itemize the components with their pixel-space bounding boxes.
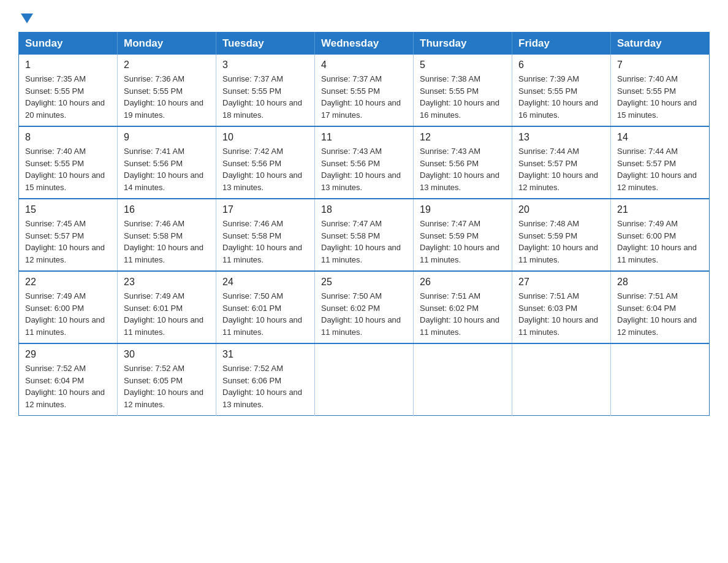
calendar-cell: 18 Sunrise: 7:47 AM Sunset: 5:58 PM Dayl…: [315, 199, 414, 271]
day-info: Sunrise: 7:51 AM Sunset: 6:04 PM Dayligh…: [617, 290, 703, 338]
calendar-week-row: 29 Sunrise: 7:52 AM Sunset: 6:04 PM Dayl…: [19, 343, 710, 416]
calendar-cell: 31 Sunrise: 7:52 AM Sunset: 6:06 PM Dayl…: [216, 343, 315, 416]
day-number: 6: [518, 59, 604, 71]
day-number: 27: [518, 277, 604, 288]
day-number: 22: [25, 277, 111, 288]
calendar-cell: 27 Sunrise: 7:51 AM Sunset: 6:03 PM Dayl…: [512, 271, 611, 343]
day-info: Sunrise: 7:40 AM Sunset: 5:55 PM Dayligh…: [617, 73, 703, 121]
calendar-cell: 23 Sunrise: 7:49 AM Sunset: 6:01 PM Dayl…: [118, 271, 216, 343]
day-info: Sunrise: 7:37 AM Sunset: 5:55 PM Dayligh…: [222, 73, 308, 121]
day-number: 19: [420, 204, 506, 215]
calendar-cell: 15 Sunrise: 7:45 AM Sunset: 5:57 PM Dayl…: [19, 199, 118, 271]
day-info: Sunrise: 7:40 AM Sunset: 5:55 PM Dayligh…: [25, 145, 111, 193]
day-number: 10: [222, 132, 308, 143]
calendar-week-row: 22 Sunrise: 7:49 AM Sunset: 6:00 PM Dayl…: [19, 271, 710, 343]
calendar-cell: 8 Sunrise: 7:40 AM Sunset: 5:55 PM Dayli…: [19, 126, 118, 199]
calendar-cell: 30 Sunrise: 7:52 AM Sunset: 6:05 PM Dayl…: [118, 343, 216, 416]
day-number: 30: [124, 349, 210, 360]
day-info: Sunrise: 7:47 AM Sunset: 5:58 PM Dayligh…: [321, 218, 407, 266]
calendar-cell: 10 Sunrise: 7:42 AM Sunset: 5:56 PM Dayl…: [216, 126, 315, 199]
day-number: 24: [222, 277, 308, 288]
day-number: 3: [222, 59, 308, 71]
calendar-cell: 9 Sunrise: 7:41 AM Sunset: 5:56 PM Dayli…: [118, 126, 216, 199]
day-number: 12: [420, 132, 506, 143]
day-info: Sunrise: 7:43 AM Sunset: 5:56 PM Dayligh…: [420, 145, 506, 193]
day-number: 23: [124, 277, 210, 288]
calendar-cell: 7 Sunrise: 7:40 AM Sunset: 5:55 PM Dayli…: [611, 55, 710, 126]
weekday-header-sunday: Sunday: [19, 33, 118, 55]
day-number: 26: [420, 277, 506, 288]
weekday-header-thursday: Thursday: [414, 33, 512, 55]
day-info: Sunrise: 7:48 AM Sunset: 5:59 PM Dayligh…: [518, 218, 604, 266]
calendar-cell: 17 Sunrise: 7:46 AM Sunset: 5:58 PM Dayl…: [216, 199, 315, 271]
day-number: 8: [25, 132, 111, 143]
day-number: 21: [617, 204, 703, 215]
weekday-header-friday: Friday: [512, 33, 611, 55]
calendar-cell: 21 Sunrise: 7:49 AM Sunset: 6:00 PM Dayl…: [611, 199, 710, 271]
day-number: 7: [617, 59, 703, 71]
day-info: Sunrise: 7:51 AM Sunset: 6:03 PM Dayligh…: [518, 290, 604, 338]
calendar-cell: 26 Sunrise: 7:51 AM Sunset: 6:02 PM Dayl…: [414, 271, 512, 343]
calendar-cell: 5 Sunrise: 7:38 AM Sunset: 5:55 PM Dayli…: [414, 55, 512, 126]
calendar-cell: 20 Sunrise: 7:48 AM Sunset: 5:59 PM Dayl…: [512, 199, 611, 271]
logo: [18, 12, 33, 20]
day-number: 14: [617, 132, 703, 143]
day-number: 18: [321, 204, 407, 215]
day-number: 13: [518, 132, 604, 143]
day-info: Sunrise: 7:42 AM Sunset: 5:56 PM Dayligh…: [222, 145, 308, 193]
calendar-cell: 3 Sunrise: 7:37 AM Sunset: 5:55 PM Dayli…: [216, 55, 315, 126]
day-info: Sunrise: 7:45 AM Sunset: 5:57 PM Dayligh…: [25, 218, 111, 266]
day-number: 15: [25, 204, 111, 215]
calendar-header-row: SundayMondayTuesdayWednesdayThursdayFrid…: [19, 33, 710, 55]
page-header: [18, 12, 710, 20]
day-info: Sunrise: 7:49 AM Sunset: 6:00 PM Dayligh…: [617, 218, 703, 266]
day-number: 31: [222, 349, 308, 360]
day-info: Sunrise: 7:46 AM Sunset: 5:58 PM Dayligh…: [222, 218, 308, 266]
day-number: 20: [518, 204, 604, 215]
calendar-cell: [611, 343, 710, 416]
day-number: 4: [321, 59, 407, 71]
day-number: 16: [124, 204, 210, 215]
calendar-week-row: 1 Sunrise: 7:35 AM Sunset: 5:55 PM Dayli…: [19, 55, 710, 126]
day-info: Sunrise: 7:37 AM Sunset: 5:55 PM Dayligh…: [321, 73, 407, 121]
calendar-cell: 2 Sunrise: 7:36 AM Sunset: 5:55 PM Dayli…: [118, 55, 216, 126]
calendar-cell: 4 Sunrise: 7:37 AM Sunset: 5:55 PM Dayli…: [315, 55, 414, 126]
calendar-cell: [315, 343, 414, 416]
day-number: 11: [321, 132, 407, 143]
weekday-header-tuesday: Tuesday: [216, 33, 315, 55]
weekday-header-saturday: Saturday: [611, 33, 710, 55]
calendar-cell: 14 Sunrise: 7:44 AM Sunset: 5:57 PM Dayl…: [611, 126, 710, 199]
day-number: 9: [124, 132, 210, 143]
calendar-cell: 13 Sunrise: 7:44 AM Sunset: 5:57 PM Dayl…: [512, 126, 611, 199]
day-info: Sunrise: 7:43 AM Sunset: 5:56 PM Dayligh…: [321, 145, 407, 193]
weekday-header-monday: Monday: [118, 33, 216, 55]
weekday-header-wednesday: Wednesday: [315, 33, 414, 55]
day-info: Sunrise: 7:36 AM Sunset: 5:55 PM Dayligh…: [124, 73, 210, 121]
day-info: Sunrise: 7:51 AM Sunset: 6:02 PM Dayligh…: [420, 290, 506, 338]
day-info: Sunrise: 7:49 AM Sunset: 6:01 PM Dayligh…: [124, 290, 210, 338]
day-info: Sunrise: 7:44 AM Sunset: 5:57 PM Dayligh…: [617, 145, 703, 193]
day-number: 2: [124, 59, 210, 71]
day-info: Sunrise: 7:41 AM Sunset: 5:56 PM Dayligh…: [124, 145, 210, 193]
calendar-cell: 11 Sunrise: 7:43 AM Sunset: 5:56 PM Dayl…: [315, 126, 414, 199]
calendar-cell: 6 Sunrise: 7:39 AM Sunset: 5:55 PM Dayli…: [512, 55, 611, 126]
day-number: 29: [25, 349, 111, 360]
day-info: Sunrise: 7:39 AM Sunset: 5:55 PM Dayligh…: [518, 73, 604, 121]
day-info: Sunrise: 7:49 AM Sunset: 6:00 PM Dayligh…: [25, 290, 111, 338]
calendar-cell: 19 Sunrise: 7:47 AM Sunset: 5:59 PM Dayl…: [414, 199, 512, 271]
day-info: Sunrise: 7:52 AM Sunset: 6:04 PM Dayligh…: [25, 362, 111, 410]
day-info: Sunrise: 7:46 AM Sunset: 5:58 PM Dayligh…: [124, 218, 210, 266]
calendar-cell: 16 Sunrise: 7:46 AM Sunset: 5:58 PM Dayl…: [118, 199, 216, 271]
calendar-cell: 28 Sunrise: 7:51 AM Sunset: 6:04 PM Dayl…: [611, 271, 710, 343]
day-info: Sunrise: 7:44 AM Sunset: 5:57 PM Dayligh…: [518, 145, 604, 193]
day-info: Sunrise: 7:50 AM Sunset: 6:02 PM Dayligh…: [321, 290, 407, 338]
calendar-week-row: 8 Sunrise: 7:40 AM Sunset: 5:55 PM Dayli…: [19, 126, 710, 199]
calendar-cell: 12 Sunrise: 7:43 AM Sunset: 5:56 PM Dayl…: [414, 126, 512, 199]
calendar-cell: 1 Sunrise: 7:35 AM Sunset: 5:55 PM Dayli…: [19, 55, 118, 126]
calendar-cell: [512, 343, 611, 416]
logo-triangle-icon: [21, 13, 33, 23]
calendar-cell: [414, 343, 512, 416]
calendar-cell: 29 Sunrise: 7:52 AM Sunset: 6:04 PM Dayl…: [19, 343, 118, 416]
day-info: Sunrise: 7:50 AM Sunset: 6:01 PM Dayligh…: [222, 290, 308, 338]
day-number: 28: [617, 277, 703, 288]
